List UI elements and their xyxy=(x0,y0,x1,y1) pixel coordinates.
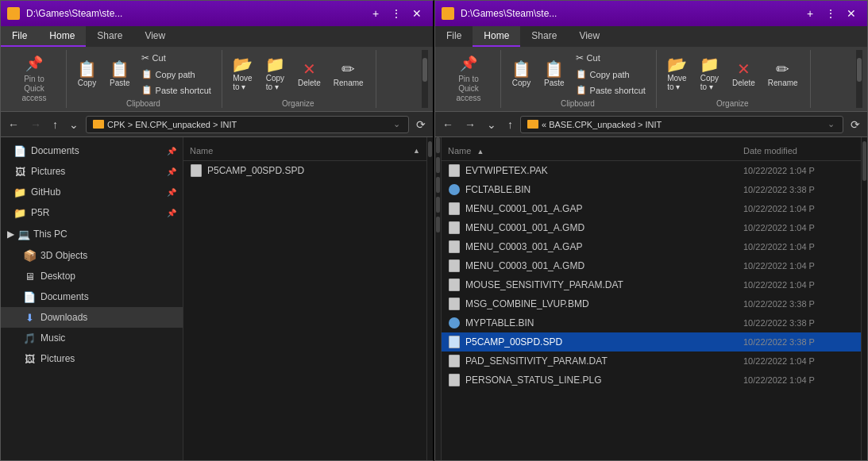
left-desktop-icon: 🖥 xyxy=(23,270,36,282)
left-refresh-btn[interactable]: ⟳ xyxy=(412,117,430,133)
right-file-item-5[interactable]: MENU_C0003_001_A.GMD 10/22/2022 1:04 P xyxy=(442,256,861,275)
right-tab-file[interactable]: File xyxy=(435,26,473,47)
right-file-name-0: EVTWIPETEX.PAK xyxy=(465,165,739,176)
right-file-list[interactable]: Name ▲ Date modified EVTWIPETEX.PAK 10/2… xyxy=(442,137,861,460)
left-tab-home[interactable]: Home xyxy=(38,26,86,47)
left-recent-btn[interactable]: ⌄ xyxy=(65,117,83,133)
right-tab-view[interactable]: View xyxy=(568,26,611,47)
right-address-path[interactable]: « BASE.CPK_unpacked > INIT ⌄ xyxy=(520,116,843,133)
left-sidebar-documents[interactable]: 📄 Documents 📌 xyxy=(1,140,183,161)
left-organize-label: Organize xyxy=(227,98,369,108)
left-address-path[interactable]: CPK > EN.CPK_unpacked > INIT ⌄ xyxy=(86,116,409,133)
right-file-item-6[interactable]: MOUSE_SENSITIVITY_PARAM.DAT 10/22/2022 1… xyxy=(442,275,861,294)
left-copy-btn[interactable]: 📋 Copy xyxy=(71,57,102,91)
left-forward-btn[interactable]: → xyxy=(26,117,45,133)
right-file-item-1[interactable]: FCLTABLE.BIN 10/22/2022 3:38 P xyxy=(442,180,861,199)
right-path-text: « BASE.CPK_unpacked > INIT xyxy=(542,120,662,129)
left-delete-btn[interactable]: ✕ Delete xyxy=(292,57,326,91)
right-up-btn[interactable]: ↑ xyxy=(503,117,517,133)
left-sidebar-github[interactable]: 📁 GitHub 📌 xyxy=(1,182,183,202)
left-organize-btns: 📂 Moveto ▾ 📁 Copyto ▾ ✕ Delete ✏ Rename xyxy=(227,50,369,98)
right-close-btn[interactable]: ✕ xyxy=(842,4,861,23)
left-paste-btn[interactable]: 📋 Paste xyxy=(104,57,136,91)
right-paste-btn[interactable]: 📋 Paste xyxy=(538,57,570,91)
right-file-icon-10 xyxy=(448,355,461,367)
right-file-item-0[interactable]: EVTWIPETEX.PAK 10/22/2022 1:04 P xyxy=(442,161,861,180)
right-file-date-11: 10/22/2022 1:04 P xyxy=(743,375,854,385)
right-scrollbar[interactable] xyxy=(861,137,867,460)
left-sidebar-3dobjects[interactable]: 📦 3D Objects xyxy=(1,245,183,266)
right-ribbon-pin-btns: 📌 Pin to Quick access xyxy=(443,50,494,108)
left-pin-quick-access-btn[interactable]: 📌 Pin to Quick access xyxy=(9,51,60,107)
right-move-to-btn[interactable]: 📂 Moveto ▾ xyxy=(662,52,692,95)
right-pin-quick-access-btn[interactable]: 📌 Pin to Quick access xyxy=(443,51,494,107)
right-file-item-2[interactable]: MENU_C0001_001_A.GAP 10/22/2022 1:04 P xyxy=(442,199,861,218)
left-copy-to-btn[interactable]: 📁 Copyto ▾ xyxy=(260,52,291,95)
right-tab-share[interactable]: Share xyxy=(520,26,568,47)
right-copy-to-btn[interactable]: 📁 Copyto ▾ xyxy=(694,52,725,95)
left-sidebar-pictures2[interactable]: 🖼 Pictures xyxy=(1,348,183,369)
right-ribbon-scroll[interactable] xyxy=(856,50,862,108)
right-forward-btn[interactable]: → xyxy=(461,117,480,133)
right-file-item-3[interactable]: MENU_C0001_001_A.GMD 10/22/2022 1:04 P xyxy=(442,218,861,237)
left-sidebar-p5r[interactable]: 📁 P5R 📌 xyxy=(1,202,183,223)
left-sidebar: 📄 Documents 📌 🖼 Pictures 📌 📁 GitHub 📌 📁 xyxy=(1,137,183,460)
right-file-date-7: 10/22/2022 3:38 P xyxy=(743,299,854,309)
left-copy-path-btn[interactable]: 📋 Copy path xyxy=(137,67,215,82)
left-sidebar-documents2[interactable]: 📄 Documents xyxy=(1,286,183,307)
right-copy-path-btn[interactable]: 📋 Copy path xyxy=(572,67,650,82)
left-move-to-btn[interactable]: 📂 Moveto ▾ xyxy=(227,52,258,95)
left-title-buttons: + ⋮ ✕ xyxy=(366,4,426,23)
left-scrollbar[interactable] xyxy=(426,137,433,460)
right-back-btn[interactable]: ← xyxy=(438,117,457,133)
left-tab-file[interactable]: File xyxy=(1,26,38,47)
right-clipboard-btns: 📋 Copy 📋 Paste ✂ Cut 📋 xyxy=(506,50,650,98)
left-tab-share[interactable]: Share xyxy=(86,26,133,47)
left-tab-view[interactable]: View xyxy=(133,26,176,47)
right-recent-btn[interactable]: ⌄ xyxy=(483,117,500,133)
left-file-list[interactable]: Name ▲ P5CAMP_00SPD.SPD xyxy=(183,137,426,460)
right-tab-home[interactable]: Home xyxy=(473,26,520,47)
left-sidebar-downloads[interactable]: ⬇ Downloads xyxy=(1,307,183,328)
right-file-item-11[interactable]: PERSONA_STATUS_LINE.PLG 10/22/2022 1:04 … xyxy=(442,371,861,390)
right-copy-btn[interactable]: 📋 Copy xyxy=(506,57,537,91)
left-rename-btn[interactable]: ✏ Rename xyxy=(328,57,369,91)
left-window-icon xyxy=(7,7,20,20)
right-new-tab-btn[interactable]: + xyxy=(800,4,820,23)
left-sidebar-pictures[interactable]: 🖼 Pictures 📌 xyxy=(1,161,183,182)
left-github-pin: 📌 xyxy=(167,188,176,197)
left-path-icon xyxy=(93,120,104,129)
right-sidebar-scroll[interactable] xyxy=(435,137,442,460)
left-ribbon-scroll[interactable] xyxy=(422,50,428,108)
right-more-btn[interactable]: ⋮ xyxy=(821,4,840,23)
left-up-btn[interactable]: ↑ xyxy=(48,117,62,133)
right-file-name-3: MENU_C0001_001_A.GMD xyxy=(465,222,739,233)
left-close-btn[interactable]: ✕ xyxy=(407,4,426,23)
right-paste-shortcut-btn[interactable]: 📋 Paste shortcut xyxy=(572,83,650,98)
right-clipboard-group: 📋 Copy 📋 Paste ✂ Cut 📋 xyxy=(503,50,657,108)
right-name-col-header: Name ▲ xyxy=(448,146,743,156)
left-file-item-0[interactable]: P5CAMP_00SPD.SPD xyxy=(183,161,426,180)
right-rename-btn[interactable]: ✏ Rename xyxy=(762,57,804,91)
left-pictures2-icon: 🖼 xyxy=(23,352,36,365)
right-delete-btn[interactable]: ✕ Delete xyxy=(727,57,761,91)
right-file-name-6: MOUSE_SENSITIVITY_PARAM.DAT xyxy=(465,279,739,290)
right-ribbon-pin-group: 📌 Pin to Quick access xyxy=(440,50,501,108)
left-back-btn[interactable]: ← xyxy=(4,117,23,133)
right-file-item-10[interactable]: PAD_SENSITIVITY_PARAM.DAT 10/22/2022 1:0… xyxy=(442,352,861,371)
right-file-item-4[interactable]: MENU_C0003_001_A.GAP 10/22/2022 1:04 P xyxy=(442,237,861,256)
right-cut-btn[interactable]: ✂ Cut xyxy=(572,50,650,66)
left-sidebar-thispc[interactable]: ▶ 💻 This PC xyxy=(1,223,183,245)
left-sidebar-desktop[interactable]: 🖥 Desktop xyxy=(1,266,183,286)
right-refresh-btn[interactable]: ⟳ xyxy=(847,117,864,133)
right-file-item-9[interactable]: P5CAMP_00SPD.SPD 10/22/2022 3:38 P xyxy=(442,332,861,352)
right-file-item-8[interactable]: MYPTABLE.BIN 10/22/2022 3:38 P xyxy=(442,313,861,332)
left-new-tab-btn[interactable]: + xyxy=(366,4,385,23)
left-cut-btn[interactable]: ✂ Cut xyxy=(137,50,215,66)
right-file-item-7[interactable]: MSG_COMBINE_LVUP.BMD 10/22/2022 3:38 P xyxy=(442,294,861,313)
left-path-text: CPK > EN.CPK_unpacked > INIT xyxy=(107,120,237,129)
left-path-chevron: ⌄ xyxy=(393,119,400,129)
left-more-btn[interactable]: ⋮ xyxy=(387,4,406,23)
left-sidebar-music[interactable]: 🎵 Music xyxy=(1,328,183,348)
left-paste-shortcut-btn[interactable]: 📋 Paste shortcut xyxy=(137,83,215,98)
